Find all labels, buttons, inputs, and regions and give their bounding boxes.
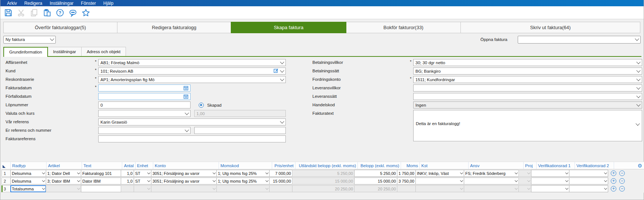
calendar-icon[interactable] [184,94,188,99]
row-number[interactable]: 1 [1,170,11,177]
leveransvillkor-select[interactable] [413,85,642,92]
cut-icon[interactable] [17,8,25,17]
fordringskonto-select[interactable]: 1511; Kundfordringar [413,76,642,83]
col-header-utlandskt-belopp[interactable]: Utländskt belopp (exkl. moms) [295,162,358,169]
belopp-cell[interactable]: 5 250,00 [354,170,397,177]
col-header-antal[interactable]: Antal [122,162,136,169]
plus-circle-icon[interactable] [611,186,616,192]
radtyp-cell[interactable]: Delsumma [10,177,46,185]
er-referens-nummer-input[interactable] [194,127,286,134]
copy-icon[interactable] [30,8,38,17]
er-referens-select[interactable] [98,127,191,134]
col-header-verifikationsrad-2[interactable]: Verifikationsrad 2 [575,162,614,169]
artikel-cell[interactable]: 3; Dator IBM [46,177,81,185]
tab-skriv-ut-faktura[interactable]: Skriv ut faktura(64) [460,22,640,33]
menu-hjalp[interactable]: Hjälp [100,0,117,6]
col-header-enhet[interactable]: Enhet [136,162,153,169]
fakturadatum-input[interactable] [98,85,191,92]
col-header-moms[interactable]: Moms [401,162,420,169]
text-cell[interactable] [81,185,121,192]
row-number[interactable]: 3 [1,185,11,192]
subtab-adress-och-objekt[interactable]: Adress och objekt [81,47,126,56]
ansv-cell[interactable] [464,177,519,185]
kst-cell[interactable]: INKV; Inköp, Väst [415,170,464,177]
momskod-cell[interactable]: 1; Utg moms fsg 25% [216,170,270,177]
favorite-star-icon[interactable] [81,8,90,17]
gear-icon[interactable] [637,163,642,168]
var-referens-select[interactable]: Karin Grawsiö [98,118,286,125]
text-cell[interactable]: Dator IBM [81,177,121,185]
new-invoice-select[interactable]: Ny faktura [3,36,56,44]
col-header-proj[interactable]: Proj [524,162,537,169]
radtyp-cell[interactable]: Totalsumma [10,185,46,192]
forfallodatum-input[interactable] [98,93,191,100]
col-header-artikel[interactable]: Artikel [47,162,82,169]
menu-fonster[interactable]: Fönster [77,0,100,6]
valuta-select[interactable] [98,110,191,117]
subtab-installningar[interactable]: Inställningar [48,47,82,56]
antal-cell[interactable]: 1,0 [121,177,134,185]
kund-select[interactable]: 101; Revisorn AB [98,68,286,75]
konto-cell[interactable]: 3051; Försäljning av varor [151,170,217,177]
moms-cell[interactable]: 1 750,00 [397,170,416,177]
handelskod-select[interactable]: Ingen [413,101,642,108]
tab-bokfor-fakturor[interactable]: Bokför fakturor(33) [346,22,461,33]
ansv-cell[interactable]: FS; Fredrik Söderberg [464,170,519,177]
col-header-radtyp[interactable]: Radtyp [11,162,47,169]
paste-icon[interactable] [42,8,51,17]
pris-enhet-cell[interactable]: 7 000,00 [269,170,292,177]
enhet-cell[interactable]: ST [134,177,151,185]
verifikationsrad-1-cell[interactable] [531,177,569,185]
grid-corner-cell[interactable] [1,162,11,169]
verifikationsrad-2-cell[interactable] [569,170,608,177]
fakturatext-textarea[interactable]: Detta är en fakturalogg! [413,110,642,141]
momskod-cell[interactable]: 1; Utg moms fsg 25% [216,177,270,185]
text-cell[interactable]: Fakturalogg 101 [81,170,121,177]
edit-customer-icon[interactable] [274,68,278,74]
col-header-verifikationsrad-1[interactable]: Verifikationsrad 1 [537,162,575,169]
affarsenhet-select[interactable]: AB1; Företag Malmö [98,59,286,66]
comment-icon[interactable] [68,8,77,17]
verifikationsrad-2-cell[interactable] [569,185,608,192]
tab-overfor-fakturaloggar[interactable]: Överför fakturaloggar(5) [3,22,117,33]
row-number[interactable]: 2 [1,177,11,185]
menu-arkiv[interactable]: Arkiv [3,0,21,6]
col-header-momskod[interactable]: Momskod [219,162,272,169]
col-header-belopp[interactable]: Belopp (exkl. moms) [358,162,401,169]
minus-circle-icon[interactable] [619,186,625,192]
verifikationsrad-2-cell[interactable] [569,177,608,185]
reskontraserie-select[interactable]: AP1; Amorteringsplan ftg Mö [98,76,286,83]
menu-installningar[interactable]: Inställningar [46,0,77,6]
belopp-cell[interactable]: 15 000,00 [354,177,397,185]
menu-redigera[interactable]: Redigera [21,0,46,6]
col-header-text[interactable]: Text [82,162,122,169]
lopnummer-input[interactable]: 0 [98,101,191,108]
betalningssatt-select[interactable]: BG; Bankgiro [413,68,642,75]
enhet-cell[interactable]: ST [134,170,151,177]
verifikationsrad-1-cell[interactable] [531,185,569,192]
minus-circle-icon[interactable] [619,170,625,176]
verifikationsrad-1-cell[interactable] [531,170,569,177]
plus-circle-icon[interactable] [611,178,616,184]
konto-cell[interactable]: 3051; Försäljning av varor [151,177,217,185]
betalningsvillkor-select[interactable]: 30; 30 dgr netto [413,59,642,66]
antal-cell[interactable]: 1,0 [121,170,134,177]
col-header-kst[interactable]: Kst [420,162,469,169]
plus-circle-icon[interactable] [611,170,616,176]
tab-skapa-faktura[interactable]: Skapa faktura [231,22,346,33]
kst-cell[interactable] [415,177,464,185]
col-header-pris-enhet[interactable]: Pris/enhet [272,162,295,169]
tab-redigera-fakturalogg[interactable]: Redigera fakturalogg [117,22,231,33]
leveranssatt-select[interactable] [413,93,642,100]
help-icon[interactable]: ? [55,8,64,17]
artikel-cell[interactable]: 1; Dator Dell [46,170,81,177]
calendar-icon[interactable] [184,86,188,90]
col-header-ansv[interactable]: Ansv [469,162,524,169]
open-invoice-select[interactable] [518,36,641,44]
minus-circle-icon[interactable] [619,178,625,184]
fakturareferens-input[interactable] [98,135,286,142]
radtyp-cell[interactable]: Delsumma [10,170,46,177]
col-header-konto[interactable]: Konto [153,162,219,169]
save-icon[interactable] [4,8,13,17]
subtab-grundinformation[interactable]: Grundinformation [3,47,48,57]
